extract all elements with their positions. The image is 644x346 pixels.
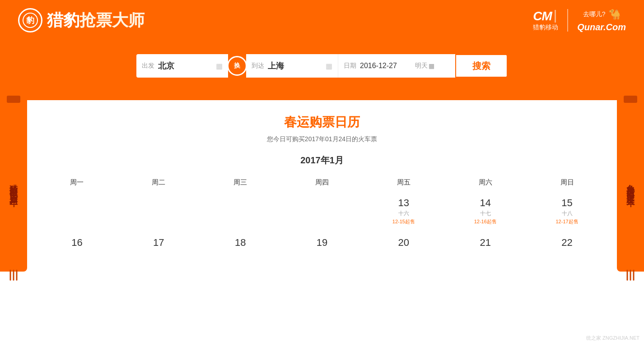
day-15-sale: 12-17起售 [556, 218, 579, 225]
header-logo: 豹 猎豹抢票大师 [18, 8, 145, 32]
from-input[interactable] [158, 61, 212, 71]
day-14-cn: 十七 [480, 210, 491, 217]
date-input[interactable] [360, 62, 410, 70]
to-input[interactable] [268, 61, 322, 71]
from-field: 出发 ▦ [136, 54, 228, 78]
banner-hang-top-left [7, 96, 20, 103]
cal-cell-17[interactable]: 17 [118, 231, 200, 267]
cal-cell-13[interactable]: 13 十六 12-15起售 [363, 191, 444, 231]
banner-tassel-right [627, 270, 635, 281]
calendar-month-title: 2017年1月 [36, 154, 608, 166]
to-label: 到达 [252, 62, 264, 70]
day-19: 19 [317, 237, 327, 249]
search-area: 出发 ▦ 换 到达 ▦ 日期 明天 ▦ 搜索 [0, 41, 644, 100]
day-20: 20 [398, 237, 409, 249]
day-13-sale: 12-15起售 [392, 218, 415, 225]
cheetah-icon: 豹 [18, 8, 42, 32]
calendar-area: 春运购票日历 您今日可购买2017年01月24日的火车票 2017年1月 周一 … [0, 100, 644, 281]
svg-text:豹: 豹 [26, 16, 34, 25]
weekday-fri: 周五 [363, 174, 444, 191]
day-13-cn: 十六 [398, 210, 409, 217]
header: 豹 猎豹抢票大师 CM 猎豹移动 去哪儿? 🐪 Qunar.Com [0, 0, 644, 41]
qunar-logo: 去哪儿? 🐪 Qunar.Com [577, 9, 626, 32]
cal-cell-15[interactable]: 15 十八 12-17起售 [526, 191, 608, 231]
liebao-mobile-logo: CM 猎豹移动 [533, 9, 558, 32]
left-banner-text: 猎豹橙色大巴五周年 [9, 178, 18, 194]
tomorrow-icon: ▦ [429, 62, 434, 69]
cal-cell-19[interactable]: 19 [281, 231, 363, 267]
qunar-brand: Qunar.Com [577, 22, 626, 32]
from-label: 出发 [142, 62, 154, 70]
day-14: 14 [480, 197, 490, 209]
calendar-subtitle: 您今日可购买2017年01月24日的火车票 [36, 135, 608, 143]
weekday-sun: 周日 [526, 174, 608, 191]
search-bar: 出发 ▦ 换 到达 ▦ 日期 明天 ▦ 搜索 [136, 54, 508, 78]
day-22: 22 [561, 237, 572, 249]
date-field: 日期 明天 ▦ [338, 54, 455, 78]
weekday-thu: 周四 [281, 174, 363, 191]
cal-cell-empty-1 [36, 191, 118, 231]
header-right-logos: CM 猎豹移动 去哪儿? 🐪 Qunar.Com [533, 9, 626, 32]
left-banner: 猎豹橙色大巴五周年 [0, 100, 27, 272]
date-label: 日期 [344, 62, 356, 70]
cal-cell-empty-2 [118, 191, 200, 231]
banner-hang-top-right [624, 96, 637, 103]
day-16: 16 [71, 237, 82, 249]
swap-button[interactable]: 换 [227, 56, 247, 76]
cal-cell-14[interactable]: 14 十七 12-16起售 [444, 191, 526, 231]
weekday-mon: 周一 [36, 174, 118, 191]
from-calendar-icon[interactable]: ▦ [216, 62, 223, 70]
day-18: 18 [235, 237, 246, 249]
right-banner: 免费送你回家过大年 [617, 100, 644, 272]
to-field: 到达 ▦ [246, 54, 338, 78]
cal-cell-22[interactable]: 22 [526, 231, 608, 267]
right-banner-text: 免费送你回家过大年 [626, 178, 635, 194]
day-15-cn: 十八 [562, 210, 573, 217]
to-calendar-icon[interactable]: ▦ [326, 62, 332, 70]
cal-cell-21[interactable]: 21 [444, 231, 526, 267]
calendar-grid: 周一 周二 周三 周四 周五 周六 周日 13 十六 12-15起售 14 十七… [36, 174, 608, 267]
weekday-wed: 周三 [200, 174, 281, 191]
search-button[interactable]: 搜索 [455, 54, 508, 78]
cal-cell-empty-3 [200, 191, 281, 231]
cal-cell-16[interactable]: 16 [36, 231, 118, 267]
header-divider [567, 9, 568, 32]
logo-title: 猎豹抢票大师 [47, 9, 145, 32]
day-13: 13 [398, 197, 409, 209]
day-17: 17 [153, 237, 164, 249]
calendar-title: 春运购票日历 [36, 114, 608, 131]
cm-letters: CM [533, 9, 552, 23]
tomorrow-button[interactable]: 明天 ▦ [413, 62, 436, 70]
page-content: 猎豹橙色大巴五周年 免费送你回家过大年 春运购票日历 您今日可购买2017年01… [0, 100, 644, 281]
banner-tassel-left [10, 270, 18, 281]
weekday-sat: 周六 [444, 174, 526, 191]
liebao-mobile-text: 猎豹移动 [533, 23, 558, 32]
day-15: 15 [561, 197, 572, 209]
day-14-sale: 12-16起售 [474, 218, 497, 225]
cal-cell-empty-4 [281, 191, 363, 231]
cal-cell-20[interactable]: 20 [363, 231, 444, 267]
day-21: 21 [480, 237, 490, 249]
weekday-tue: 周二 [118, 174, 200, 191]
cal-cell-18[interactable]: 18 [200, 231, 281, 267]
qunar-tagline: 去哪儿? [583, 10, 606, 18]
